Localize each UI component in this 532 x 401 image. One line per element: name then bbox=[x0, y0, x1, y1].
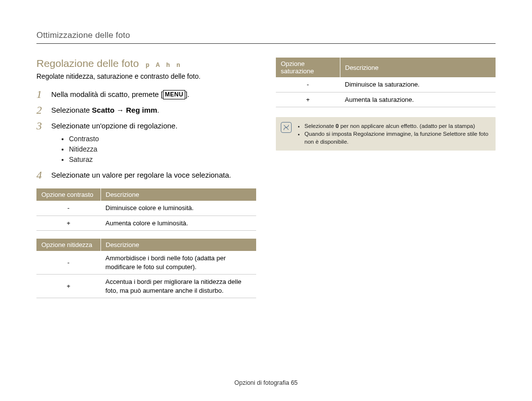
table-row: + Aumenta colore e luminosità. bbox=[36, 216, 256, 231]
table-row: + Accentua i bordi per migliorare la nit… bbox=[36, 275, 256, 298]
table-header: Opzione contrasto bbox=[36, 188, 100, 201]
step-text-part: Selezionate bbox=[51, 106, 92, 114]
note-list: Selezionate 0 per non applicare alcun ef… bbox=[304, 122, 490, 146]
table-cell-desc: Accentua i bordi per migliorare la nitid… bbox=[100, 275, 256, 298]
step-text: Selezionate un valore per regolare la vo… bbox=[51, 170, 231, 180]
step-text-part: ]. bbox=[185, 90, 189, 98]
table-row: - Diminuisce la saturazione. bbox=[276, 77, 496, 92]
step-1: 1 Nella modalità di scatto, premete [MEN… bbox=[36, 89, 256, 100]
footer-page-number: 65 bbox=[291, 379, 298, 386]
table-row: - Diminuisce colore e luminosità. bbox=[36, 201, 256, 216]
section-divider bbox=[36, 43, 496, 44]
step-3-options: Contrasto Nitidezza Saturaz bbox=[69, 134, 177, 165]
note-item: Quando si imposta Regolazione immagine, … bbox=[304, 130, 490, 146]
step-text-part: Selezionate un'opzione di regolazione. bbox=[51, 122, 177, 130]
footer: Opzioni di fotografia 65 bbox=[0, 379, 532, 386]
footer-section: Opzioni di fotografia bbox=[234, 379, 291, 386]
step-number: 1 bbox=[36, 89, 46, 100]
intro-text: Regolate nitidezza, saturazione e contra… bbox=[36, 72, 256, 80]
note-item: Selezionate 0 per non applicare alcun ef… bbox=[304, 122, 490, 130]
step-text: Selezionate un'opzione di regolazione. C… bbox=[51, 121, 177, 165]
table-cell-option: + bbox=[36, 275, 100, 298]
menu-button-label: MENU bbox=[163, 90, 185, 99]
table-cell-option: - bbox=[36, 201, 100, 216]
table-cell-desc: Aumenta la saturazione. bbox=[340, 92, 496, 107]
column-right: Opzione saturazione Descrizione - Diminu… bbox=[276, 58, 496, 298]
table-saturation: Opzione saturazione Descrizione - Diminu… bbox=[276, 58, 496, 107]
table-contrast: Opzione contrasto Descrizione - Diminuis… bbox=[36, 188, 256, 231]
step-2: 2 Selezionate Scatto → Reg imm. bbox=[36, 105, 256, 116]
table-header: Opzione nitidezza bbox=[36, 239, 100, 251]
option-nitidezza: Nitidezza bbox=[69, 144, 177, 154]
step-text-part: . bbox=[157, 106, 159, 114]
mode-badges: p A h n bbox=[146, 62, 183, 68]
table-cell-option: - bbox=[36, 251, 100, 275]
step-number: 3 bbox=[36, 121, 46, 131]
step-text: Nella modalità di scatto, premete [MENU]… bbox=[51, 89, 189, 99]
note-text-part: per non applicare alcun effetto. (adatto… bbox=[339, 123, 475, 129]
table-cell-option: + bbox=[276, 92, 340, 107]
table-cell-option: + bbox=[36, 216, 100, 231]
table-header: Descrizione bbox=[100, 239, 256, 251]
steps-list: 1 Nella modalità di scatto, premete [MEN… bbox=[36, 89, 256, 181]
table-header: Descrizione bbox=[100, 188, 256, 201]
heading-row: Regolazione delle foto p A h n bbox=[36, 58, 256, 69]
note-text-part: Selezionate bbox=[304, 123, 335, 129]
info-icon bbox=[281, 122, 292, 133]
step-number: 4 bbox=[36, 170, 46, 181]
table-cell-option: - bbox=[276, 77, 340, 92]
page-heading: Regolazione delle foto bbox=[36, 58, 139, 69]
step-3: 3 Selezionate un'opzione di regolazione.… bbox=[36, 121, 256, 165]
table-row: + Aumenta la saturazione. bbox=[276, 92, 496, 107]
table-cell-desc: Diminuisce colore e luminosità. bbox=[100, 201, 256, 216]
step-number: 2 bbox=[36, 105, 46, 116]
step-text-bold: Scatto → Reg imm bbox=[92, 106, 158, 114]
step-text: Selezionate Scatto → Reg imm. bbox=[51, 105, 159, 115]
table-row: - Ammorbidisce i bordi nelle foto (adatt… bbox=[36, 251, 256, 275]
option-saturaz: Saturaz bbox=[69, 154, 177, 165]
section-title: Ottimizzazione delle foto bbox=[36, 31, 496, 40]
table-sharpness: Opzione nitidezza Descrizione - Ammorbid… bbox=[36, 239, 256, 298]
step-text-part: Nella modalità di scatto, premete [ bbox=[51, 90, 163, 98]
table-cell-desc: Aumenta colore e luminosità. bbox=[100, 216, 256, 231]
note-box: Selezionate 0 per non applicare alcun ef… bbox=[276, 117, 496, 151]
step-4: 4 Selezionate un valore per regolare la … bbox=[36, 170, 256, 181]
option-contrasto: Contrasto bbox=[69, 134, 177, 144]
table-cell-desc: Diminuisce la saturazione. bbox=[340, 77, 496, 92]
columns: Regolazione delle foto p A h n Regolate … bbox=[36, 58, 496, 298]
table-cell-desc: Ammorbidisce i bordi nelle foto (adatta … bbox=[100, 251, 256, 275]
column-left: Regolazione delle foto p A h n Regolate … bbox=[36, 58, 256, 298]
table-header: Descrizione bbox=[340, 58, 496, 77]
page: Ottimizzazione delle foto Regolazione de… bbox=[0, 0, 532, 401]
table-header: Opzione saturazione bbox=[276, 58, 340, 77]
